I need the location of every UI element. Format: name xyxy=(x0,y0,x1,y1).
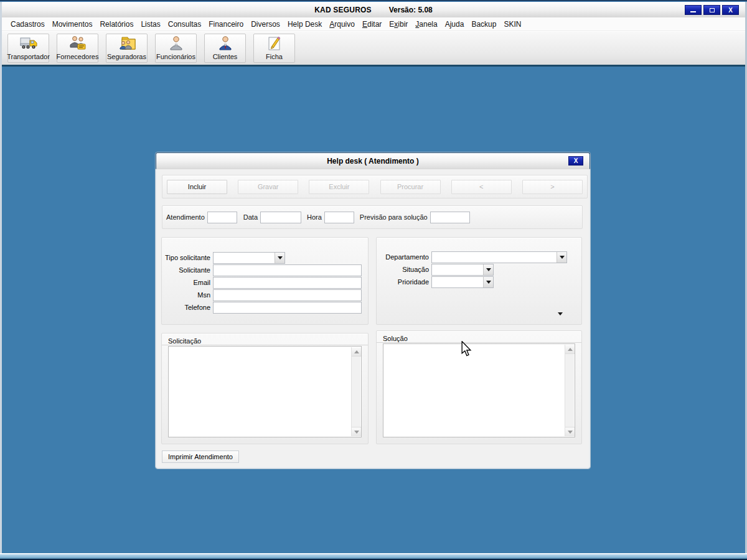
toolbar-label-seguradoras: Seguradoras xyxy=(107,53,146,61)
excluir-button[interactable]: Excluir xyxy=(309,180,369,194)
prioridade-value xyxy=(432,277,483,287)
next-record-button[interactable]: > xyxy=(522,180,583,194)
previsao-input[interactable] xyxy=(430,212,470,223)
menu-item-backup[interactable]: Backup xyxy=(467,18,500,30)
maximize-icon xyxy=(710,8,715,12)
telefone-input[interactable] xyxy=(213,302,362,314)
toolbar-label-funcionarios: Funcionários xyxy=(156,53,195,61)
procurar-button[interactable]: Procurar xyxy=(380,180,441,194)
prioridade-dropdown-button[interactable] xyxy=(483,277,493,287)
chevron-down-icon xyxy=(560,256,565,259)
situacao-label: Situação xyxy=(377,266,429,273)
tipo-solicitante-label: Tipo solicitante xyxy=(162,254,210,261)
toolbar-label-transportador: Transportador xyxy=(7,53,50,61)
actions-panel: Incluir Gravar Excluir Procurar < > xyxy=(162,175,588,198)
solicitante-input[interactable] xyxy=(213,264,362,276)
menu-item-skin[interactable]: SKIN xyxy=(500,18,525,30)
solicitacao-scrollbar[interactable] xyxy=(351,347,360,436)
app-version: Versão: 5.08 xyxy=(389,6,433,14)
requester-group: Tipo solicitante Solicitante Email Msn T… xyxy=(161,237,369,325)
situacao-combobox[interactable] xyxy=(431,264,494,276)
menu-item-movimentos[interactable]: Movimentos xyxy=(49,18,96,30)
email-input[interactable] xyxy=(213,277,362,289)
toolbar-button-ficha[interactable]: Ficha xyxy=(253,34,295,63)
departamento-dropdown-button[interactable] xyxy=(557,252,566,263)
hora-input[interactable] xyxy=(324,212,354,223)
prioridade-combobox[interactable] xyxy=(431,276,494,288)
mouse-cursor xyxy=(461,341,472,358)
maximize-button[interactable] xyxy=(703,5,720,15)
chevron-down-icon xyxy=(486,281,491,284)
triangle-up-icon xyxy=(568,348,573,351)
triangle-down-icon xyxy=(568,431,573,434)
imprimir-atendimento-button[interactable]: Imprimir Atendimento xyxy=(162,450,239,463)
email-label: Email xyxy=(162,279,210,286)
situacao-dropdown-button[interactable] xyxy=(483,264,493,275)
solucao-group: Solução xyxy=(376,330,582,444)
atendimento-label: Atendimento xyxy=(166,213,205,221)
menu-item-editar[interactable]: Editar xyxy=(359,18,385,30)
prioridade-label: Prioridade xyxy=(377,278,429,286)
menu-item-cadastros[interactable]: Cadastros xyxy=(7,18,49,30)
scroll-up-button[interactable] xyxy=(565,345,575,354)
solucao-scrollbar[interactable] xyxy=(565,345,574,436)
data-input[interactable] xyxy=(260,212,301,223)
atendimento-input[interactable] xyxy=(207,212,237,223)
window-controls: X xyxy=(685,5,739,15)
dialog-title: Help desk ( Atendimento ) xyxy=(327,157,419,166)
departamento-combobox[interactable] xyxy=(431,251,567,263)
minimize-button[interactable] xyxy=(685,5,702,15)
situacao-value xyxy=(432,264,483,275)
data-label: Data xyxy=(243,213,258,221)
menu-item-relatórios[interactable]: Relatórios xyxy=(96,18,137,30)
menu-item-exibir[interactable]: Exibir xyxy=(385,18,411,30)
close-button[interactable]: X xyxy=(722,5,739,15)
triangle-up-icon xyxy=(354,350,359,353)
previous-record-button[interactable]: < xyxy=(451,180,512,194)
tipo-solicitante-combobox[interactable] xyxy=(213,252,285,264)
solucao-header: Solução xyxy=(377,331,581,343)
scroll-up-button[interactable] xyxy=(352,347,361,357)
truck-icon xyxy=(19,34,39,53)
toolbar-button-transportador[interactable]: Transportador xyxy=(7,34,49,63)
app-titlebar: KAD SEGUROS Versão: 5.08 X xyxy=(2,2,745,17)
menu-item-help-desk[interactable]: Help Desk xyxy=(284,18,326,30)
desktop-area: Help desk ( Atendimento ) X Incluir Grav… xyxy=(2,67,745,553)
menu-item-janela[interactable]: Janela xyxy=(411,18,441,30)
solicitacao-textarea[interactable] xyxy=(168,346,362,437)
menu-bar: CadastrosMovimentosRelatóriosListasConsu… xyxy=(2,17,745,31)
previsao-label: Previsão para solução xyxy=(360,213,428,221)
tipo-solicitante-dropdown-button[interactable] xyxy=(275,253,284,263)
menu-item-listas[interactable]: Listas xyxy=(137,18,164,30)
menu-item-consultas[interactable]: Consultas xyxy=(164,18,205,30)
telefone-label: Telefone xyxy=(162,304,210,311)
toolbar-button-clientes[interactable]: Clientes xyxy=(204,34,246,63)
scroll-down-button[interactable] xyxy=(565,427,575,436)
toolbar-button-funcionarios[interactable]: Funcionários xyxy=(155,34,197,63)
toolbar-label-ficha: Ficha xyxy=(266,53,283,61)
record-sheet-icon xyxy=(265,34,284,53)
chevron-down-icon xyxy=(486,268,491,271)
window-frame-top xyxy=(0,0,747,2)
hidden-dropdown-button[interactable] xyxy=(555,309,565,318)
dialog-close-button[interactable]: X xyxy=(568,156,583,166)
departamento-label: Departamento xyxy=(377,253,429,261)
solicitante-label: Solicitante xyxy=(162,266,210,274)
menu-item-arquivo[interactable]: Arquivo xyxy=(326,18,359,30)
menu-item-financeiro[interactable]: Financeiro xyxy=(205,18,247,30)
solucao-textarea[interactable] xyxy=(383,343,575,437)
hora-label: Hora xyxy=(307,213,322,221)
gravar-button[interactable]: Gravar xyxy=(238,180,298,194)
window-statusbar xyxy=(0,553,747,560)
scroll-down-button[interactable] xyxy=(352,427,361,436)
insurers-folder-icon xyxy=(117,34,137,53)
menu-item-diversos[interactable]: Diversos xyxy=(247,18,284,30)
toolbar-button-seguradoras[interactable]: Seguradoras xyxy=(106,34,148,63)
triangle-down-icon xyxy=(354,431,359,434)
toolbar-label-fornecedores: Fornecedores xyxy=(57,53,99,61)
tipo-solicitante-value xyxy=(214,253,275,263)
incluir-button[interactable]: Incluir xyxy=(167,180,227,194)
msn-input[interactable] xyxy=(213,289,362,301)
toolbar-button-fornecedores[interactable]: Fornecedores xyxy=(57,34,98,63)
menu-item-ajuda[interactable]: Ajuda xyxy=(441,18,468,30)
